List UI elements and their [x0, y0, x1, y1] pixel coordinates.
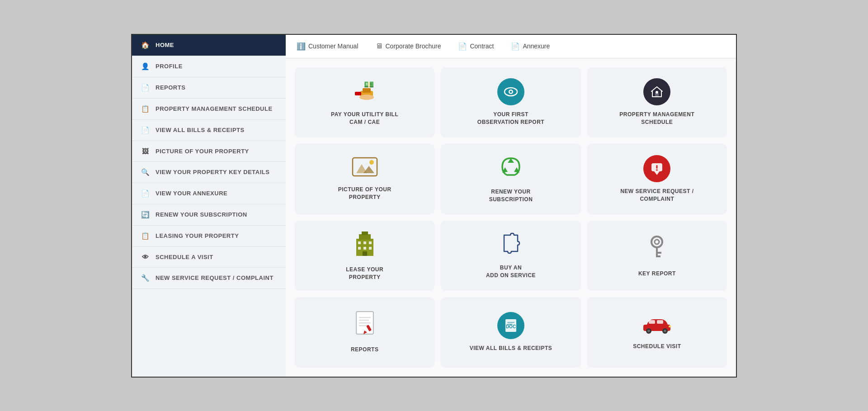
- dashboard-grid: 💵 PAY YOUR UTILITY BILLCAM / CAE YOUR FI…: [286, 58, 736, 377]
- svg-rect-44: [507, 322, 514, 323]
- svg-rect-33: [658, 255, 660, 257]
- info-icon: ℹ️: [297, 42, 306, 51]
- card-addon[interactable]: BUY ANADD ON SERVICE: [441, 221, 580, 291]
- addon-card-icon: [498, 231, 524, 259]
- pay-bill-label: PAY YOUR UTILITY BILLCAM / CAE: [331, 111, 398, 126]
- observation-icon: [497, 78, 524, 105]
- card-key-report[interactable]: KEY REPORT: [587, 221, 727, 291]
- property-mgmt-card-icon: [643, 78, 670, 105]
- card-service-request[interactable]: NEW SERVICE REQUEST /COMPLAINT: [587, 144, 727, 214]
- addon-card-label: BUY ANADD ON SERVICE: [486, 264, 536, 279]
- svg-point-3: [359, 94, 374, 100]
- svg-point-7: [509, 91, 512, 93]
- sidebar-item-annexure[interactable]: 📄 VIEW YOUR ANNEXURE: [132, 183, 286, 204]
- card-lease[interactable]: LEASE YOURPROPERTY: [295, 221, 434, 291]
- home-icon: 🏠: [141, 41, 150, 49]
- svg-rect-45: [507, 324, 513, 325]
- contract-icon: 📄: [458, 42, 467, 51]
- reports-icon: 📄: [141, 84, 150, 92]
- card-picture[interactable]: PICTURE OF YOURPROPERTY: [295, 144, 434, 214]
- sidebar: 🏠 HOME 👤 PROFILE 📄 REPORTS 📋 PROPERTY MA…: [132, 35, 286, 377]
- svg-rect-28: [363, 251, 367, 256]
- nav-customer-manual[interactable]: ℹ️ Customer Manual: [295, 42, 360, 51]
- sidebar-item-renew[interactable]: 🔄 RENEW YOUR SUBSCRIPTION: [132, 204, 286, 226]
- annexure-icon: 📄: [141, 189, 150, 198]
- property-mgmt-icon: 📋: [141, 105, 150, 113]
- sidebar-item-home[interactable]: 🏠 HOME: [132, 35, 286, 56]
- card-property-mgmt[interactable]: PROPERTY MANAGEMENTSCHEDULE: [587, 67, 727, 138]
- reports-card-label: REPORTS: [351, 346, 379, 354]
- svg-rect-36: [359, 317, 371, 318]
- svg-text:💵: 💵: [364, 80, 374, 90]
- profile-icon: 👤: [141, 62, 150, 71]
- nav-annexure[interactable]: 📄 Annexure: [509, 42, 552, 51]
- leasing-icon: 📋: [141, 232, 150, 240]
- svg-point-50: [647, 330, 650, 332]
- picture-icon: 🖼: [141, 147, 150, 155]
- sidebar-item-view-bills[interactable]: 📄 VIEW ALL BILLS & RECEIPTS: [132, 120, 286, 141]
- picture-card-icon: [352, 157, 378, 180]
- svg-rect-47: [649, 320, 655, 324]
- svg-point-29: [651, 236, 662, 247]
- nav-corporate-brochure[interactable]: 🖥 Corporate Brochure: [374, 42, 443, 50]
- svg-point-14: [369, 160, 374, 165]
- schedule-visit-label: SCHEDULE VISIT: [633, 343, 681, 350]
- nav-contract[interactable]: 📄 Contract: [456, 42, 495, 51]
- svg-rect-24: [369, 241, 372, 244]
- svg-text:DOC: DOC: [506, 324, 516, 329]
- svg-rect-17: [656, 165, 658, 169]
- svg-point-18: [656, 169, 658, 171]
- reports-card-icon: [354, 311, 376, 340]
- app-container: 🏠 HOME 👤 PROFILE 📄 REPORTS 📋 PROPERTY MA…: [131, 34, 737, 378]
- svg-rect-39: [359, 325, 367, 326]
- svg-rect-38: [359, 322, 371, 324]
- top-nav: ℹ️ Customer Manual 🖥 Corporate Brochure …: [286, 35, 736, 58]
- svg-rect-2: [355, 92, 361, 95]
- card-observation[interactable]: YOUR FIRSTOBSERVATION REPORT: [441, 67, 580, 138]
- svg-rect-27: [369, 247, 372, 250]
- bills-card-label: VIEW ALL BILLS & RECEIPTS: [470, 345, 552, 352]
- property-mgmt-card-label: PROPERTY MANAGEMENTSCHEDULE: [619, 111, 694, 126]
- renew-icon: 🔄: [141, 211, 150, 219]
- card-pay-bill[interactable]: 💵 PAY YOUR UTILITY BILLCAM / CAE: [295, 67, 434, 138]
- svg-rect-26: [363, 247, 366, 250]
- sidebar-item-property-mgmt[interactable]: 📋 PROPERTY MANAGEMENT SCHEDULE: [132, 99, 286, 120]
- card-bills[interactable]: DOC VIEW ALL BILLS & RECEIPTS: [441, 297, 580, 368]
- sidebar-item-service-request[interactable]: 🔧 NEW SERVICE REQUEST / COMPLAINT: [132, 268, 286, 289]
- key-report-label: KEY REPORT: [638, 270, 676, 278]
- service-request-icon: 🔧: [141, 274, 150, 282]
- monitor-icon: 🖥: [376, 42, 383, 50]
- sidebar-item-schedule[interactable]: 👁 SCHEDULE A VISIT: [132, 247, 286, 268]
- svg-rect-21: [362, 231, 368, 235]
- card-reports[interactable]: REPORTS: [295, 297, 434, 368]
- lease-card-icon: [353, 230, 377, 260]
- service-request-card-icon: [643, 155, 670, 182]
- sidebar-item-picture[interactable]: 🖼 PICTURE OF YOUR PROPERTY: [132, 141, 286, 162]
- svg-rect-37: [359, 320, 369, 321]
- svg-point-30: [655, 240, 659, 244]
- sidebar-item-leasing[interactable]: 📋 LEASING YOUR PROPERTY: [132, 226, 286, 247]
- sidebar-item-key-details[interactable]: 🔍 VIEW YOUR PROPERTY KEY DETAILS: [132, 162, 286, 183]
- picture-card-label: PICTURE OF YOURPROPERTY: [338, 186, 392, 201]
- sidebar-item-profile[interactable]: 👤 PROFILE: [132, 56, 286, 77]
- schedule-visit-icon: [642, 314, 672, 337]
- card-schedule-visit[interactable]: SCHEDULE VISIT: [587, 297, 727, 368]
- svg-rect-23: [363, 241, 366, 244]
- key-details-icon: 🔍: [141, 168, 150, 176]
- sidebar-item-reports[interactable]: 📄 REPORTS: [132, 77, 286, 99]
- card-renew[interactable]: RENEW YOURSUBSCRIPTION: [441, 144, 580, 214]
- renew-card-icon: [499, 155, 523, 183]
- bills-icon: 📄: [141, 126, 150, 134]
- svg-point-52: [664, 330, 666, 332]
- svg-marker-13: [363, 166, 374, 173]
- svg-rect-53: [669, 326, 671, 327]
- svg-point-10: [656, 91, 658, 94]
- bills-card-icon: DOC: [497, 312, 524, 339]
- renew-card-label: RENEW YOURSUBSCRIPTION: [489, 188, 533, 203]
- svg-rect-31: [656, 246, 658, 257]
- observation-label: YOUR FIRSTOBSERVATION REPORT: [477, 111, 544, 126]
- svg-marker-16: [654, 171, 660, 175]
- annexure-nav-icon: 📄: [511, 42, 520, 51]
- lease-card-label: LEASE YOURPROPERTY: [346, 266, 383, 281]
- service-request-card-label: NEW SERVICE REQUEST /COMPLAINT: [620, 188, 693, 203]
